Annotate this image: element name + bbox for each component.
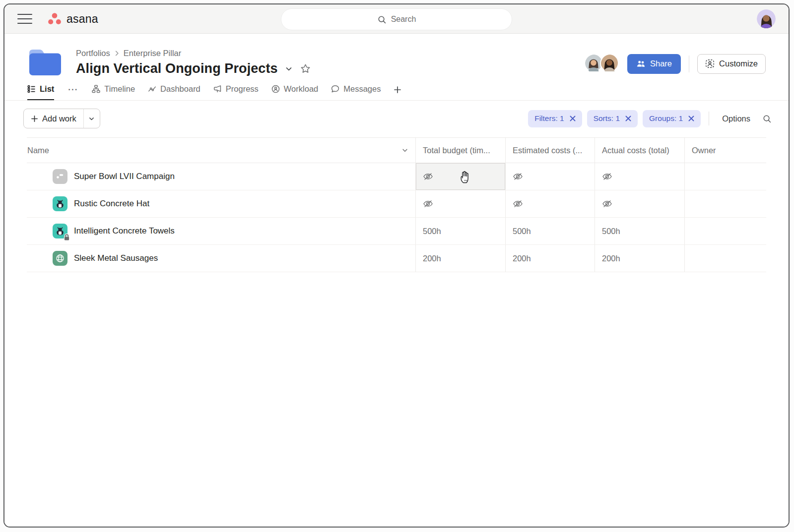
asana-logo-icon: [47, 12, 62, 26]
groups-chip-label: Groups: 1: [649, 114, 683, 123]
eye-slash-icon: [513, 199, 523, 208]
value-cell[interactable]: 500h: [415, 218, 505, 244]
eye-slash-icon: [423, 199, 433, 208]
timeline-icon: [92, 85, 100, 93]
groups-chip[interactable]: Groups: 1: [643, 110, 701, 127]
bug-project-icon: [53, 224, 67, 238]
tab-messages-label: Messages: [343, 84, 381, 94]
close-icon[interactable]: [625, 116, 631, 121]
globe-icon: [53, 251, 67, 266]
project-name-cell[interactable]: Intelligent Concrete Towels: [27, 218, 415, 244]
title-menu-chevron-icon[interactable]: [285, 65, 293, 73]
value-cell[interactable]: [595, 163, 684, 190]
value-cell[interactable]: [595, 190, 684, 217]
project-name-cell[interactable]: Sleek Metal Sausages: [27, 245, 415, 272]
project-name-cell[interactable]: Super Bowl LVII Campaign: [27, 163, 415, 190]
value-cell[interactable]: 200h: [595, 245, 684, 272]
add-tab-button[interactable]: [394, 84, 401, 100]
member-avatar-2[interactable]: [600, 54, 620, 74]
sidebar-toggle-icon[interactable]: [17, 14, 32, 24]
value-cell[interactable]: [505, 163, 595, 190]
column-header-owner[interactable]: Owner: [684, 138, 766, 163]
breadcrumb-current-link[interactable]: Enterprise Pillar: [124, 49, 181, 58]
table-header: Name Total budget (tim... Estimated cost…: [27, 137, 766, 163]
toolbar-right: Filters: 1 Sorts: 1 Groups: 1 Options: [528, 110, 774, 127]
view-tabs: List ··· Timeline Dashboard Progress: [4, 77, 789, 101]
tab-overflow-menu-icon[interactable]: ···: [67, 85, 79, 100]
title-row: Align Vertical Ongoing Projects: [76, 61, 311, 76]
tab-list-label: List: [40, 84, 54, 94]
share-label: Share: [650, 59, 672, 68]
column-header-name[interactable]: Name: [27, 138, 415, 163]
messages-icon: [331, 85, 339, 93]
close-icon[interactable]: [688, 116, 694, 121]
options-button[interactable]: Options: [717, 114, 755, 123]
name-column-label: Name: [27, 146, 49, 155]
header-text: Portfolios Enterprise Pillar Align Verti…: [76, 47, 311, 76]
share-people-icon: [636, 59, 646, 68]
breadcrumb-portfolios-link[interactable]: Portfolios: [76, 49, 110, 58]
value-cell[interactable]: 500h: [595, 218, 684, 244]
tab-progress-label: Progress: [226, 84, 259, 94]
search-input[interactable]: Search: [281, 8, 512, 30]
filters-chip-label: Filters: 1: [534, 114, 564, 123]
add-work-caret[interactable]: [83, 109, 100, 128]
filters-chip[interactable]: Filters: 1: [528, 110, 582, 127]
hand-cursor-icon: [459, 170, 472, 184]
owner-cell[interactable]: [684, 163, 766, 190]
plus-icon: [31, 115, 38, 122]
globe-project-icon: [53, 251, 67, 266]
search-placeholder: Search: [391, 15, 416, 24]
tab-workload[interactable]: Workload: [271, 84, 318, 100]
portfolio-header: Portfolios Enterprise Pillar Align Verti…: [4, 34, 789, 77]
tab-messages[interactable]: Messages: [331, 84, 381, 100]
plus-icon: [394, 86, 401, 94]
sorts-chip-label: Sorts: 1: [594, 114, 620, 123]
value-cell[interactable]: [415, 190, 505, 217]
eye-slash-icon: [602, 172, 612, 181]
value-cell[interactable]: [505, 190, 595, 217]
table-body: Super Bowl LVII Campaign Rustic Concret: [27, 163, 766, 272]
value-cell[interactable]: 500h: [505, 218, 595, 244]
share-button[interactable]: Share: [627, 54, 681, 74]
tab-progress[interactable]: Progress: [213, 84, 259, 100]
tab-workload-label: Workload: [284, 84, 318, 94]
table-row: Rustic Concrete Hat: [27, 190, 766, 218]
dashboard-icon: [148, 85, 156, 93]
tab-timeline-label: Timeline: [104, 84, 135, 94]
value-cell[interactable]: 200h: [505, 245, 595, 272]
column-header-actual-costs[interactable]: Actual costs (total): [595, 138, 684, 163]
chevron-down-icon[interactable]: [401, 147, 408, 154]
eye-slash-icon: [513, 172, 523, 181]
tab-dashboard[interactable]: Dashboard: [148, 84, 200, 100]
customize-button[interactable]: Customize: [697, 54, 766, 74]
lock-icon: [63, 234, 70, 241]
value-cell[interactable]: 200h: [415, 245, 505, 272]
owner-cell[interactable]: [684, 245, 766, 272]
close-icon[interactable]: [570, 116, 576, 121]
asana-logo[interactable]: asana: [47, 12, 98, 26]
column-header-total-budget[interactable]: Total budget (tim...: [415, 138, 505, 163]
column-header-estimated-costs[interactable]: Estimated costs (...: [505, 138, 595, 163]
customize-label: Customize: [719, 59, 758, 68]
favorite-star-icon[interactable]: [300, 63, 311, 74]
user-avatar[interactable]: [757, 9, 776, 28]
screenshot-project-icon: [53, 169, 67, 184]
sorts-chip[interactable]: Sorts: 1: [587, 110, 638, 127]
list-search-button[interactable]: [760, 114, 774, 123]
add-work-button[interactable]: Add work: [23, 109, 100, 128]
value-cell[interactable]: [415, 163, 505, 190]
tab-list[interactable]: List: [27, 84, 54, 100]
row-title: Intelligent Concrete Towels: [74, 226, 175, 236]
eye-slash-icon: [423, 172, 433, 181]
table-row: Super Bowl LVII Campaign: [27, 163, 766, 190]
owner-cell[interactable]: [684, 190, 766, 217]
owner-cell[interactable]: [684, 218, 766, 244]
project-name-cell[interactable]: Rustic Concrete Hat: [27, 190, 415, 217]
add-work-main[interactable]: Add work: [24, 109, 83, 128]
tab-timeline[interactable]: Timeline: [92, 84, 135, 100]
brand-text: asana: [66, 12, 98, 26]
table-row: Intelligent Concrete Towels 500h 500h 50…: [27, 218, 766, 245]
breadcrumb: Portfolios Enterprise Pillar: [76, 49, 311, 58]
breadcrumb-separator-icon: [114, 51, 120, 56]
